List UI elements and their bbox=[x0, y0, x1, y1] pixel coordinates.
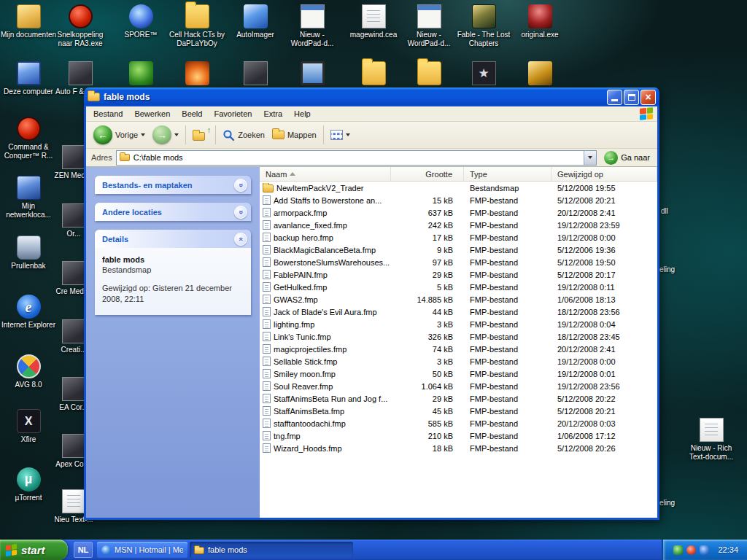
file-row[interactable]: avanlance_fixed.fmp 242 kB FMP-bestand 1… bbox=[260, 219, 657, 231]
tray-icon[interactable] bbox=[686, 545, 696, 555]
file-row[interactable]: lighting.fmp 3 kB FMP-bestand 19/12/2008… bbox=[260, 318, 657, 330]
file-modified: 5/12/2008 20:21 bbox=[551, 196, 657, 205]
chevron-down-icon[interactable]: » bbox=[234, 206, 247, 219]
file-row[interactable]: magicprojectiles.fmp 74 kB FMP-bestand 2… bbox=[260, 343, 657, 355]
views-icon bbox=[330, 130, 343, 140]
desktop-icon[interactable]: Nieuw - WordPad-d... bbox=[400, 4, 457, 48]
close-button[interactable]: × bbox=[640, 90, 656, 105]
file-row[interactable]: backup hero.fmp 17 kB FMP-bestand 19/12/… bbox=[260, 231, 657, 244]
desktop-icon[interactable]: original.exe bbox=[511, 4, 568, 39]
file-row[interactable]: Add Staffs to Bowerstone an... 15 kB FMP… bbox=[260, 194, 657, 206]
desktop-icon[interactable]: Snelkoppeling naar RA3.exe bbox=[52, 4, 109, 48]
desktop-icon[interactable]: Mijn documenten bbox=[0, 4, 57, 39]
desktop-icon[interactable] bbox=[284, 61, 341, 88]
forward-button[interactable]: → bbox=[149, 124, 182, 146]
desktop-icon[interactable]: magewind.cea bbox=[345, 4, 402, 39]
menu-item[interactable]: Beeld bbox=[176, 108, 208, 120]
up-button[interactable]: ↑ bbox=[189, 128, 212, 142]
column-header-modified[interactable]: Gewijzigd op bbox=[551, 167, 657, 181]
file-modified: 20/12/2008 0:03 bbox=[551, 419, 657, 428]
folder-up-icon: ↑ bbox=[193, 129, 209, 141]
details-header[interactable]: Details « bbox=[95, 230, 251, 248]
file-row[interactable]: Smiley moon.fmp 50 kB FMP-bestand 19/12/… bbox=[260, 368, 657, 380]
file-type: FMP-bestand bbox=[464, 345, 551, 354]
back-button[interactable]: ← Vorige bbox=[90, 124, 149, 146]
file-row[interactable]: StaffAnimsBeta.fmp 45 kB FMP-bestand 5/1… bbox=[260, 405, 657, 417]
tray-icon[interactable] bbox=[673, 545, 683, 555]
file-icon bbox=[263, 369, 271, 378]
file-row[interactable]: FablePAIN.fmp 29 kB FMP-bestand 5/12/200… bbox=[260, 268, 657, 281]
file-type: FMP-bestand bbox=[464, 357, 551, 366]
chevron-up-icon[interactable]: « bbox=[234, 233, 247, 246]
menu-item[interactable]: Help bbox=[288, 108, 317, 120]
address-input[interactable]: C:\fable mods bbox=[116, 150, 597, 166]
desktop-icon-image bbox=[362, 61, 386, 85]
file-icon bbox=[263, 443, 271, 453]
taskbar-task-button[interactable]: fable mods bbox=[190, 542, 353, 558]
desktop-icon[interactable] bbox=[345, 61, 402, 88]
file-type: FMP-bestand bbox=[464, 308, 551, 316]
file-row[interactable]: Link's Tunic.fmp 326 kB FMP-bestand 18/1… bbox=[260, 330, 657, 343]
desktop-icon[interactable]: Fable - The Lost Chapters bbox=[455, 4, 512, 48]
file-row[interactable]: NewItemPackV2_Trader Bestandsmap 5/12/20… bbox=[260, 182, 657, 194]
search-button[interactable]: Zoeken bbox=[219, 128, 268, 143]
menu-item[interactable]: Extra bbox=[258, 108, 288, 120]
chevron-down-icon[interactable]: » bbox=[234, 179, 247, 192]
address-dropdown-button[interactable] bbox=[584, 151, 596, 165]
desktop-icon[interactable]: SPORE™ bbox=[112, 4, 169, 39]
window-titlebar[interactable]: fable mods × bbox=[84, 88, 659, 106]
file-icon bbox=[263, 406, 271, 416]
language-indicator[interactable]: NL bbox=[74, 542, 93, 558]
file-row[interactable]: Jack of Blade's Evil Aura.fmp 44 kB FMP-… bbox=[260, 306, 657, 318]
file-row[interactable]: tng.fmp 210 kB FMP-bestand 1/06/2008 17:… bbox=[260, 429, 657, 442]
file-row[interactable]: GetHulked.fmp 5 kB FMP-bestand 19/12/200… bbox=[260, 281, 657, 293]
column-header-size[interactable]: Grootte bbox=[391, 167, 464, 181]
address-folder-icon bbox=[120, 154, 130, 161]
file-row[interactable]: BowerstoneSlumsWarehouses... 97 kB FMP-b… bbox=[260, 256, 657, 268]
desktop-icon[interactable]: Nieuw - Rich Text-docum... bbox=[683, 418, 740, 462]
desktop-icon[interactable]: Cell Hack CTs by DaPLaYbOy bbox=[169, 4, 225, 48]
file-row[interactable]: Sellable Stick.fmp 3 kB FMP-bestand 19/1… bbox=[260, 355, 657, 368]
go-button[interactable]: → Ga naar bbox=[600, 149, 654, 166]
file-type: FMP-bestand bbox=[464, 221, 551, 230]
file-row[interactable]: stafftantoodachi.fmp 585 kB FMP-bestand … bbox=[260, 417, 657, 429]
desktop-icon[interactable] bbox=[227, 61, 284, 88]
file-row[interactable]: Soul Reaver.fmp 1.064 kB FMP-bestand 19/… bbox=[260, 380, 657, 392]
other-places-header[interactable]: Andere locaties » bbox=[95, 203, 251, 221]
file-modified: 5/12/2006 19:36 bbox=[551, 246, 657, 254]
menu-item[interactable]: Favorieten bbox=[208, 108, 258, 120]
file-row[interactable]: Wizard_Hoods.fmp 18 kB FMP-bestand 5/12/… bbox=[260, 442, 657, 454]
menu-item[interactable]: Bewerken bbox=[128, 108, 176, 120]
maximize-button[interactable] bbox=[624, 90, 639, 105]
folders-label: Mappen bbox=[287, 131, 317, 139]
column-header-name[interactable]: Naam bbox=[260, 167, 391, 181]
tray-icon[interactable] bbox=[700, 545, 709, 555]
file-name: armorpack.fmp bbox=[274, 209, 327, 217]
file-tasks-header[interactable]: Bestands- en maptaken » bbox=[95, 176, 251, 194]
file-name: StaffAnimsBeta.fmp bbox=[274, 407, 344, 416]
desktop-icon[interactable] bbox=[112, 61, 169, 88]
file-row[interactable]: StaffAnimsBeta Run and Jog f... 29 kB FM… bbox=[260, 392, 657, 405]
file-icon bbox=[263, 419, 271, 428]
folders-button[interactable]: Mappen bbox=[268, 129, 320, 141]
views-button[interactable] bbox=[327, 128, 354, 141]
file-type: FMP-bestand bbox=[464, 246, 551, 254]
start-button[interactable]: start bbox=[0, 540, 68, 560]
desktop-icon[interactable] bbox=[455, 61, 512, 88]
menu-item[interactable]: Bestand bbox=[88, 108, 128, 120]
desktop-icon[interactable]: Nieuw - WordPad-d... bbox=[284, 4, 341, 48]
file-row[interactable]: BlackMagicBalanceBeta.fmp 9 kB FMP-besta… bbox=[260, 244, 657, 256]
file-type: FMP-bestand bbox=[464, 394, 551, 403]
file-row[interactable]: armorpack.fmp 637 kB FMP-bestand 20/12/2… bbox=[260, 206, 657, 219]
taskbar-task-button[interactable]: MSN | Hotmail | Mess... bbox=[97, 542, 187, 558]
column-header-type[interactable]: Type bbox=[464, 167, 551, 181]
file-row[interactable]: GWAS2.fmp 14.885 kB FMP-bestand 1/06/200… bbox=[260, 293, 657, 306]
desktop-icon[interactable] bbox=[169, 61, 225, 88]
desktop-icon[interactable]: AutoImager bbox=[227, 4, 284, 39]
minimize-button[interactable] bbox=[607, 90, 622, 105]
desktop-icon[interactable]: Deze computer bbox=[0, 61, 57, 96]
desktop-icon[interactable] bbox=[400, 61, 457, 88]
file-modified: 18/12/2008 23:56 bbox=[551, 308, 657, 316]
file-type: FMP-bestand bbox=[464, 271, 551, 279]
desktop-icon[interactable] bbox=[511, 61, 568, 88]
